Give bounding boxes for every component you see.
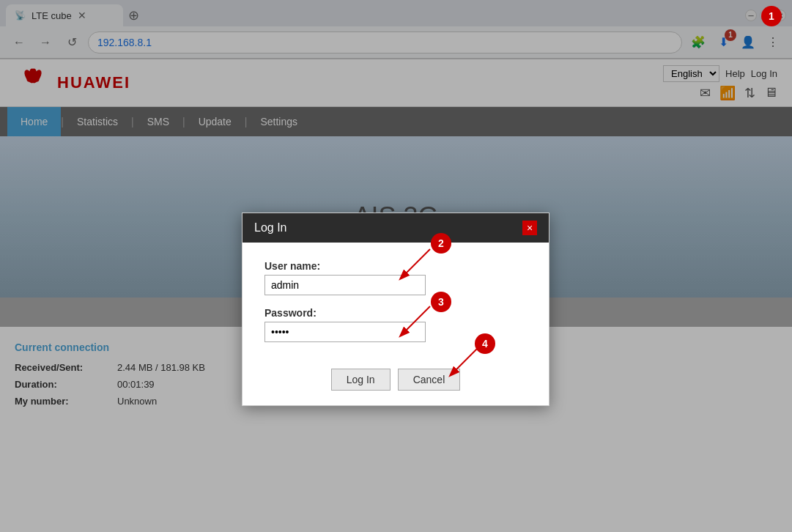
- step-1-annotation: 1: [761, 6, 782, 26]
- dialog-title: Log In: [254, 221, 286, 234]
- step-3-arrow: [386, 299, 437, 343]
- dialog-footer: Log In Cancel: [243, 369, 549, 405]
- dialog-close-button[interactable]: ×: [522, 221, 537, 235]
- login-button[interactable]: Log In: [331, 369, 391, 391]
- step-4-arrow: [436, 339, 487, 383]
- step-2-arrow: [386, 242, 437, 286]
- dialog-header: Log In ×: [243, 213, 549, 243]
